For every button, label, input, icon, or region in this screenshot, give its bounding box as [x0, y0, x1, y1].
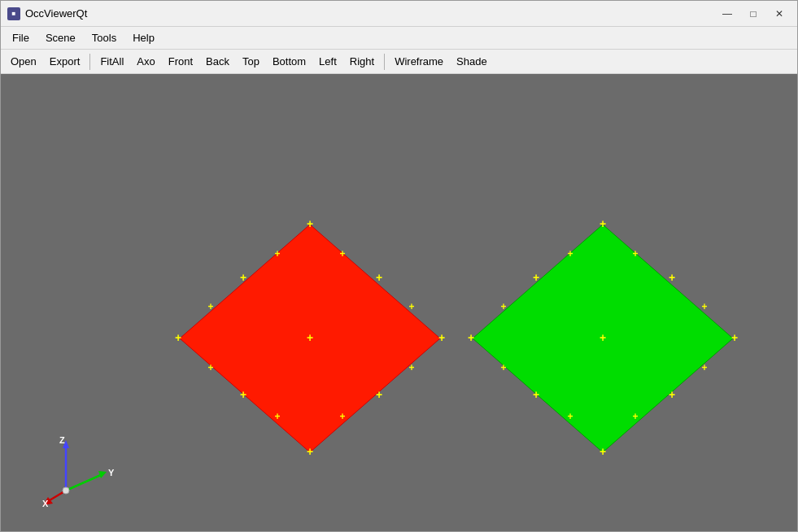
close-button[interactable]: ✕ — [768, 6, 791, 22]
svg-text:+: + — [274, 411, 280, 422]
red-diamond: + + + + + + + + + + + + — [172, 216, 448, 463]
btn-shade[interactable]: Shade — [450, 53, 494, 70]
svg-text:+: + — [376, 271, 382, 284]
btn-bottom[interactable]: Bottom — [266, 53, 312, 70]
viewport[interactable]: + + + + + + + + + + + + — [1, 74, 797, 531]
svg-line-39 — [66, 474, 102, 491]
maximize-button[interactable]: □ — [742, 6, 765, 22]
menu-bar: File Scene Tools Help — [1, 27, 797, 50]
menu-tools[interactable]: Tools — [84, 28, 124, 47]
btn-export[interactable]: Export — [43, 53, 87, 70]
svg-text:+: + — [701, 362, 707, 373]
svg-text:+: + — [701, 301, 707, 312]
svg-text:+: + — [468, 331, 474, 344]
svg-text:+: + — [600, 217, 606, 230]
svg-text:+: + — [731, 331, 738, 344]
menu-file[interactable]: File — [4, 28, 37, 47]
main-window: ■ OccViewerQt — □ ✕ File Scene Tools Hel… — [0, 0, 798, 532]
svg-text:+: + — [500, 362, 506, 373]
btn-wireframe[interactable]: Wireframe — [388, 53, 450, 70]
svg-text:+: + — [274, 248, 280, 259]
svg-text:+: + — [307, 217, 313, 230]
btn-fitall[interactable]: FitAll — [94, 53, 130, 70]
menu-scene[interactable]: Scene — [37, 28, 84, 47]
svg-text:+: + — [175, 331, 181, 344]
svg-text:Y: Y — [108, 468, 115, 477]
svg-text:+: + — [307, 445, 313, 458]
svg-marker-40 — [98, 471, 107, 478]
svg-text:+: + — [632, 248, 638, 259]
btn-top[interactable]: Top — [236, 53, 266, 70]
svg-text:+: + — [240, 271, 246, 284]
title-bar: ■ OccViewerQt — □ ✕ — [1, 1, 797, 27]
green-diamond: + + + + + + + + + + + + + + + + + — [464, 216, 741, 463]
svg-text:+: + — [240, 388, 246, 401]
app-icon: ■ — [7, 7, 20, 20]
window-title: OccViewerQt — [25, 7, 716, 20]
svg-point-45 — [63, 487, 69, 494]
svg-text:+: + — [207, 362, 213, 373]
btn-right[interactable]: Right — [343, 53, 381, 70]
svg-text:+: + — [376, 388, 382, 401]
title-buttons: — □ ✕ — [716, 6, 791, 22]
svg-text:+: + — [500, 301, 506, 312]
axis-indicator: Z Y X — [41, 434, 123, 507]
toolbar: Open Export FitAll Axo Front Back Top Bo… — [1, 50, 797, 74]
svg-text:+: + — [600, 331, 606, 344]
svg-text:+: + — [669, 271, 675, 284]
btn-left[interactable]: Left — [312, 53, 343, 70]
svg-text:+: + — [600, 445, 606, 458]
svg-text:+: + — [339, 248, 345, 259]
svg-text:Z: Z — [59, 435, 65, 445]
svg-text:+: + — [533, 388, 539, 401]
btn-axo[interactable]: Axo — [130, 53, 161, 70]
svg-text:+: + — [307, 331, 313, 344]
svg-text:+: + — [408, 362, 414, 373]
svg-text:+: + — [567, 411, 573, 422]
svg-text:+: + — [533, 271, 539, 284]
svg-text:+: + — [438, 331, 445, 344]
svg-text:+: + — [207, 301, 213, 312]
minimize-button[interactable]: — — [716, 6, 739, 22]
btn-open[interactable]: Open — [4, 53, 43, 70]
toolbar-separator-2 — [384, 54, 385, 70]
svg-text:+: + — [567, 248, 573, 259]
btn-back[interactable]: Back — [199, 53, 236, 70]
svg-text:+: + — [632, 411, 638, 422]
svg-text:+: + — [669, 388, 675, 401]
toolbar-separator-1 — [89, 54, 90, 70]
btn-front[interactable]: Front — [162, 53, 199, 70]
svg-text:+: + — [339, 411, 345, 422]
svg-text:+: + — [408, 301, 414, 312]
svg-text:X: X — [42, 499, 49, 507]
menu-help[interactable]: Help — [124, 28, 163, 47]
